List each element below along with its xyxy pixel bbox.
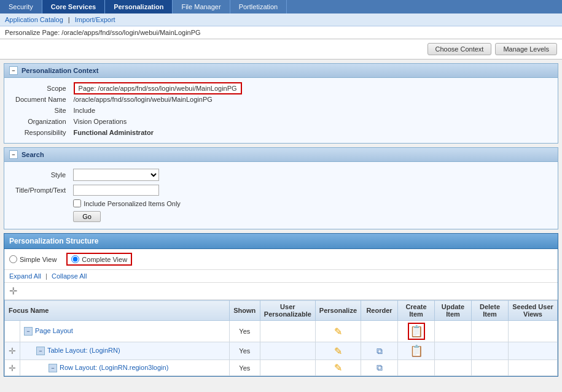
pencil-icon[interactable]: ✎ [334,346,342,356]
organization-label: Organization [12,116,70,127]
site-value: Include [70,105,246,116]
pencil-icon[interactable]: ✎ [334,363,342,373]
pencil-icon[interactable]: ✎ [334,326,342,337]
reorder-icon[interactable]: ⧉ [377,363,383,372]
col-personalize: Personalize [315,301,361,321]
tree-collapse-icon[interactable]: − [49,364,57,372]
include-personalized-checkbox[interactable] [73,199,81,207]
scope-label: Scope [12,83,70,94]
collapse-search-icon[interactable]: − [9,150,18,159]
style-label: Style [12,167,69,183]
personalization-context-body: Scope Page: /oracle/apps/fnd/sso/login/w… [4,78,558,144]
col-focus-name: Focus Name [5,301,230,321]
user-personalizable-cell [260,342,315,360]
row-drag-handle[interactable]: ✛ [9,363,16,373]
reorder-cell: ⧉ [361,342,398,360]
update-item-cell [435,321,472,342]
include-personalized-label: Include Personalized Items Only [73,199,181,207]
go-button[interactable]: Go [73,211,101,222]
breadcrumb-link[interactable]: Application Catalog [5,16,63,23]
title-prompt-input[interactable] [73,185,159,196]
reorder-icon[interactable]: ⧉ [377,346,383,356]
complete-view-radio[interactable] [71,255,79,263]
col-seeded-user-views: Seeded UserViews [509,301,558,321]
collapse-all-link[interactable]: Collapse All [52,272,87,280]
personalize-cell: ✎ [315,342,361,360]
user-personalizable-cell [260,321,315,342]
focus-name-link[interactable]: Row Layout: (LoginRN.region3login) [60,364,168,371]
user-personalizable-cell [260,360,315,376]
simple-view-option[interactable]: Simple View [9,255,57,263]
seeded-user-views-cell [509,360,558,376]
complete-view-option[interactable]: Complete View [71,255,127,263]
tab-security[interactable]: Security [0,0,42,13]
create-item-icon[interactable]: 📋 [410,345,423,357]
table-row: ✛−Row Layout: (LoginRN.region3login)Yes✎… [5,360,558,376]
create-item-highlight-box: 📋 [408,323,425,340]
update-item-cell [435,342,472,360]
focus-name-cell: −Table Layout: (LoginRN) [20,342,230,360]
structure-title: Personalization Structure [9,237,98,245]
shown-cell: Yes [229,321,260,342]
personalize-cell: ✎ [315,360,361,376]
shown-cell: Yes [229,342,260,360]
tree-collapse-icon[interactable]: − [24,327,33,336]
breadcrumb-current[interactable]: Import/Export [75,16,115,23]
expand-all-link[interactable]: Expand All [9,272,41,280]
structure-header: Personalization Structure [4,233,558,249]
shown-cell: Yes [229,360,260,376]
row-drag-handle[interactable]: ✛ [9,346,16,356]
col-delete-item: DeleteItem [472,301,509,321]
simple-view-radio[interactable] [9,255,17,263]
tab-core-services[interactable]: Core Services [42,0,105,13]
col-reorder: Reorder [361,301,398,321]
tab-portletization[interactable]: Portletization [230,0,287,13]
col-create-item: CreateItem [398,301,435,321]
create-item-cell [398,360,435,376]
tab-personalization[interactable]: Personalization [105,0,173,13]
update-item-cell [435,360,472,376]
tree-collapse-icon[interactable]: − [36,347,45,355]
manage-levels-button[interactable]: Manage Levels [495,43,557,55]
document-name-label: Document Name [12,94,70,105]
search-header: − Search [4,147,558,162]
structure-table: Focus Name Shown UserPersonalizable Pers… [4,300,558,376]
document-name-value: /oracle/apps/fnd/sso/login/webui/MainLog… [70,94,246,105]
simple-view-label: Simple View [20,256,57,263]
tab-file-manager[interactable]: File Manager [173,0,230,13]
scope-value-cell: Page: /oracle/apps/fnd/sso/login/webui/M… [70,83,246,94]
table-row: ✛−Table Layout: (LoginRN)Yes✎⧉📋 [5,342,558,360]
choose-context-button[interactable]: Choose Context [427,43,492,55]
create-item-icon[interactable]: 📋 [410,325,423,337]
col-shown: Shown [229,301,260,321]
delete-item-cell [472,360,509,376]
organization-value: Vision Operations [70,116,246,127]
search-title: Search [21,151,44,158]
delete-item-cell [472,342,509,360]
seeded-user-views-cell [509,321,558,342]
complete-view-box: Complete View [66,253,132,266]
top-tabs: Security Core Services Personalization F… [0,0,562,13]
table-row: −Page LayoutYes✎📋 [5,321,558,342]
style-select[interactable] [73,169,159,181]
create-item-cell: 📋 [398,321,435,342]
view-selector-row: Simple View Complete View [4,249,558,270]
seeded-user-views-cell [509,342,558,360]
site-label: Site [12,105,70,116]
col-update-item: UpdateItem [435,301,472,321]
focus-name-link[interactable]: Table Layout: (LoginRN) [47,347,120,354]
delete-item-cell [472,321,509,342]
personalize-cell: ✎ [315,321,361,342]
responsibility-value: Functional Administrator [70,127,246,138]
page-path: Personalize Page: /oracle/apps/fnd/sso/l… [0,26,562,39]
col-user-personalizable: UserPersonalizable [260,301,315,321]
collapse-context-icon[interactable]: − [9,66,18,75]
context-form: Scope Page: /oracle/apps/fnd/sso/login/w… [12,83,246,138]
action-row: Choose Context Manage Levels [0,39,562,60]
search-body: Style Title/Prompt/Text Include Personal… [4,162,558,229]
reorder-cell: ⧉ [361,360,398,376]
expand-collapse-row: Expand All | Collapse All [4,270,558,283]
personalization-context-title: Personalization Context [21,67,98,74]
breadcrumb-sep: | [68,16,70,23]
focus-name-link[interactable]: Page Layout [35,327,73,334]
